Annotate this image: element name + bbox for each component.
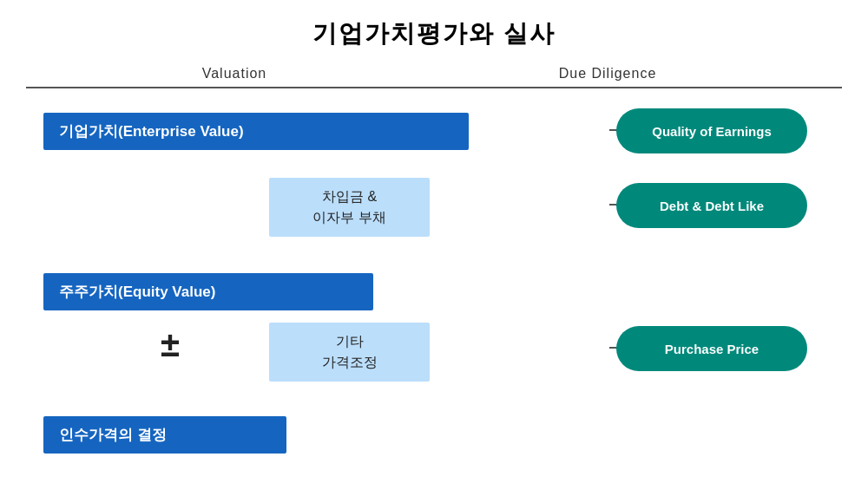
debt-box: 차입금 & 이자부 부채: [269, 178, 430, 237]
columns-header: Valuation Due Diligence: [26, 66, 842, 88]
purchase-price-ellipse: Purchase Price: [616, 326, 807, 371]
diagram-area: 기업가치(Enterprise Value) Quality of Earnin…: [26, 104, 842, 477]
enterprise-value-box: 기업가치(Enterprise Value): [43, 113, 469, 150]
debt-debt-like-ellipse: Debt & Debt Like: [616, 183, 807, 228]
page: 기업가치평가와 실사 Valuation Due Diligence 기업가치(…: [0, 0, 868, 496]
equity-value-box: 주주가치(Equity Value): [43, 273, 373, 310]
quality-of-earnings-ellipse: Quality of Earnings: [616, 108, 807, 153]
acquisition-price-box: 인수가격의 결정: [43, 416, 286, 454]
other-adj-box: 기타 가격조정: [269, 323, 430, 382]
page-title: 기업가치평가와 실사: [26, 17, 842, 50]
due-diligence-label: Due Diligence: [559, 66, 709, 81]
valuation-label: Valuation: [202, 66, 267, 81]
plusminus-symbol: ±: [161, 325, 180, 364]
